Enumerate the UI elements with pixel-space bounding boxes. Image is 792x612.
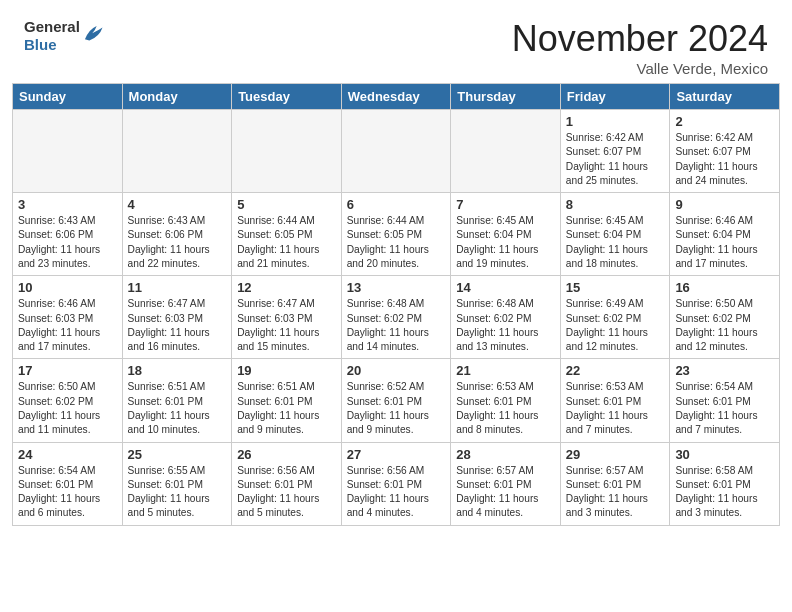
table-row: 1Sunrise: 6:42 AM Sunset: 6:07 PM Daylig…: [560, 110, 670, 193]
table-row: [451, 110, 561, 193]
cell-content: Sunrise: 6:50 AM Sunset: 6:02 PM Dayligh…: [18, 380, 117, 437]
day-number: 24: [18, 447, 117, 462]
logo-bird-icon: [82, 23, 104, 45]
cell-content: Sunrise: 6:45 AM Sunset: 6:04 PM Dayligh…: [456, 214, 555, 271]
table-row: 20Sunrise: 6:52 AM Sunset: 6:01 PM Dayli…: [341, 359, 451, 442]
cell-content: Sunrise: 6:52 AM Sunset: 6:01 PM Dayligh…: [347, 380, 446, 437]
day-number: 6: [347, 197, 446, 212]
day-number: 4: [128, 197, 227, 212]
table-row: 24Sunrise: 6:54 AM Sunset: 6:01 PM Dayli…: [13, 442, 123, 525]
cell-content: Sunrise: 6:51 AM Sunset: 6:01 PM Dayligh…: [237, 380, 336, 437]
cell-content: Sunrise: 6:50 AM Sunset: 6:02 PM Dayligh…: [675, 297, 774, 354]
logo-general: General: [24, 18, 80, 36]
month-title: November 2024: [512, 18, 768, 60]
table-row: 19Sunrise: 6:51 AM Sunset: 6:01 PM Dayli…: [232, 359, 342, 442]
table-row: 6Sunrise: 6:44 AM Sunset: 6:05 PM Daylig…: [341, 193, 451, 276]
table-row: 22Sunrise: 6:53 AM Sunset: 6:01 PM Dayli…: [560, 359, 670, 442]
title-block: November 2024 Valle Verde, Mexico: [512, 18, 768, 77]
cell-content: Sunrise: 6:53 AM Sunset: 6:01 PM Dayligh…: [566, 380, 665, 437]
weekday-header-saturday: Saturday: [670, 84, 780, 110]
table-row: 16Sunrise: 6:50 AM Sunset: 6:02 PM Dayli…: [670, 276, 780, 359]
table-row: [341, 110, 451, 193]
day-number: 11: [128, 280, 227, 295]
day-number: 23: [675, 363, 774, 378]
table-row: 26Sunrise: 6:56 AM Sunset: 6:01 PM Dayli…: [232, 442, 342, 525]
cell-content: Sunrise: 6:57 AM Sunset: 6:01 PM Dayligh…: [456, 464, 555, 521]
page-header: General Blue November 2024 Valle Verde, …: [0, 0, 792, 83]
day-number: 17: [18, 363, 117, 378]
cell-content: Sunrise: 6:43 AM Sunset: 6:06 PM Dayligh…: [18, 214, 117, 271]
table-row: 18Sunrise: 6:51 AM Sunset: 6:01 PM Dayli…: [122, 359, 232, 442]
calendar-week-2: 3Sunrise: 6:43 AM Sunset: 6:06 PM Daylig…: [13, 193, 780, 276]
weekday-header-monday: Monday: [122, 84, 232, 110]
table-row: 23Sunrise: 6:54 AM Sunset: 6:01 PM Dayli…: [670, 359, 780, 442]
cell-content: Sunrise: 6:48 AM Sunset: 6:02 PM Dayligh…: [456, 297, 555, 354]
table-row: 5Sunrise: 6:44 AM Sunset: 6:05 PM Daylig…: [232, 193, 342, 276]
calendar-week-1: 1Sunrise: 6:42 AM Sunset: 6:07 PM Daylig…: [13, 110, 780, 193]
day-number: 21: [456, 363, 555, 378]
table-row: 3Sunrise: 6:43 AM Sunset: 6:06 PM Daylig…: [13, 193, 123, 276]
table-row: [122, 110, 232, 193]
weekday-header-thursday: Thursday: [451, 84, 561, 110]
table-row: 9Sunrise: 6:46 AM Sunset: 6:04 PM Daylig…: [670, 193, 780, 276]
day-number: 8: [566, 197, 665, 212]
day-number: 19: [237, 363, 336, 378]
cell-content: Sunrise: 6:56 AM Sunset: 6:01 PM Dayligh…: [347, 464, 446, 521]
cell-content: Sunrise: 6:51 AM Sunset: 6:01 PM Dayligh…: [128, 380, 227, 437]
table-row: 27Sunrise: 6:56 AM Sunset: 6:01 PM Dayli…: [341, 442, 451, 525]
cell-content: Sunrise: 6:42 AM Sunset: 6:07 PM Dayligh…: [566, 131, 665, 188]
table-row: 14Sunrise: 6:48 AM Sunset: 6:02 PM Dayli…: [451, 276, 561, 359]
cell-content: Sunrise: 6:44 AM Sunset: 6:05 PM Dayligh…: [347, 214, 446, 271]
day-number: 29: [566, 447, 665, 462]
logo: General Blue: [24, 18, 104, 54]
day-number: 16: [675, 280, 774, 295]
cell-content: Sunrise: 6:47 AM Sunset: 6:03 PM Dayligh…: [237, 297, 336, 354]
weekday-header-wednesday: Wednesday: [341, 84, 451, 110]
weekday-header-tuesday: Tuesday: [232, 84, 342, 110]
day-number: 9: [675, 197, 774, 212]
calendar-header: SundayMondayTuesdayWednesdayThursdayFrid…: [13, 84, 780, 110]
cell-content: Sunrise: 6:45 AM Sunset: 6:04 PM Dayligh…: [566, 214, 665, 271]
cell-content: Sunrise: 6:46 AM Sunset: 6:04 PM Dayligh…: [675, 214, 774, 271]
day-number: 7: [456, 197, 555, 212]
cell-content: Sunrise: 6:58 AM Sunset: 6:01 PM Dayligh…: [675, 464, 774, 521]
table-row: 29Sunrise: 6:57 AM Sunset: 6:01 PM Dayli…: [560, 442, 670, 525]
logo-blue: Blue: [24, 36, 80, 54]
cell-content: Sunrise: 6:55 AM Sunset: 6:01 PM Dayligh…: [128, 464, 227, 521]
cell-content: Sunrise: 6:43 AM Sunset: 6:06 PM Dayligh…: [128, 214, 227, 271]
cell-content: Sunrise: 6:49 AM Sunset: 6:02 PM Dayligh…: [566, 297, 665, 354]
logo-text: General Blue: [24, 18, 80, 54]
table-row: 11Sunrise: 6:47 AM Sunset: 6:03 PM Dayli…: [122, 276, 232, 359]
table-row: [232, 110, 342, 193]
day-number: 20: [347, 363, 446, 378]
table-row: 7Sunrise: 6:45 AM Sunset: 6:04 PM Daylig…: [451, 193, 561, 276]
day-number: 5: [237, 197, 336, 212]
table-row: 10Sunrise: 6:46 AM Sunset: 6:03 PM Dayli…: [13, 276, 123, 359]
day-number: 14: [456, 280, 555, 295]
day-number: 3: [18, 197, 117, 212]
day-number: 18: [128, 363, 227, 378]
day-number: 22: [566, 363, 665, 378]
weekday-header-row: SundayMondayTuesdayWednesdayThursdayFrid…: [13, 84, 780, 110]
cell-content: Sunrise: 6:46 AM Sunset: 6:03 PM Dayligh…: [18, 297, 117, 354]
location: Valle Verde, Mexico: [512, 60, 768, 77]
cell-content: Sunrise: 6:54 AM Sunset: 6:01 PM Dayligh…: [18, 464, 117, 521]
cell-content: Sunrise: 6:47 AM Sunset: 6:03 PM Dayligh…: [128, 297, 227, 354]
day-number: 27: [347, 447, 446, 462]
cell-content: Sunrise: 6:53 AM Sunset: 6:01 PM Dayligh…: [456, 380, 555, 437]
table-row: 30Sunrise: 6:58 AM Sunset: 6:01 PM Dayli…: [670, 442, 780, 525]
table-row: 4Sunrise: 6:43 AM Sunset: 6:06 PM Daylig…: [122, 193, 232, 276]
calendar-week-3: 10Sunrise: 6:46 AM Sunset: 6:03 PM Dayli…: [13, 276, 780, 359]
cell-content: Sunrise: 6:57 AM Sunset: 6:01 PM Dayligh…: [566, 464, 665, 521]
day-number: 13: [347, 280, 446, 295]
day-number: 26: [237, 447, 336, 462]
day-number: 25: [128, 447, 227, 462]
day-number: 10: [18, 280, 117, 295]
table-row: 12Sunrise: 6:47 AM Sunset: 6:03 PM Dayli…: [232, 276, 342, 359]
cell-content: Sunrise: 6:48 AM Sunset: 6:02 PM Dayligh…: [347, 297, 446, 354]
day-number: 12: [237, 280, 336, 295]
weekday-header-friday: Friday: [560, 84, 670, 110]
cell-content: Sunrise: 6:42 AM Sunset: 6:07 PM Dayligh…: [675, 131, 774, 188]
cell-content: Sunrise: 6:54 AM Sunset: 6:01 PM Dayligh…: [675, 380, 774, 437]
day-number: 2: [675, 114, 774, 129]
